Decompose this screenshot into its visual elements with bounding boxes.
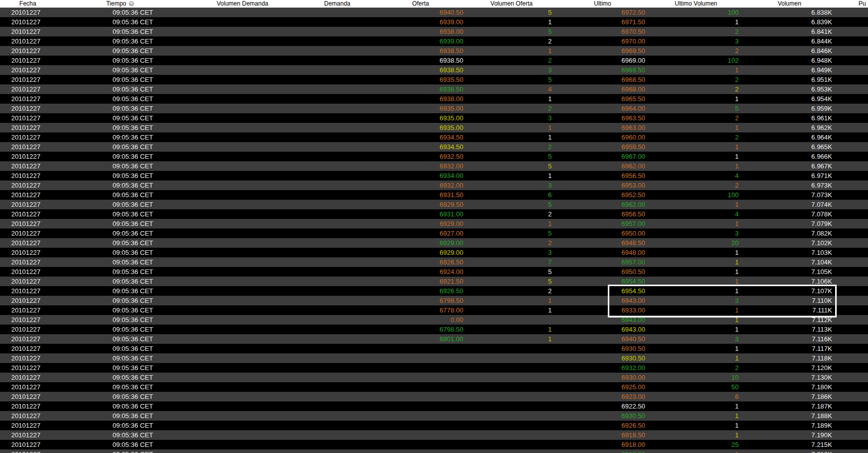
table-row[interactable]: 20101227 09:05:36 CET 6929.00 1 6957.00 …: [0, 219, 868, 229]
cell-fecha: 20101227: [0, 267, 56, 277]
table-row[interactable]: 20101227 09:05:36 CET 6930.50 1 7.117K: [0, 344, 868, 353]
cell-fecha: 20101227: [0, 171, 56, 180]
table-row[interactable]: 20101227 09:05:36 CET 6921.50 5 6954.50 …: [0, 277, 868, 286]
cell-volumen: 7.216K: [743, 449, 836, 453]
table-row[interactable]: 20101227 09:05:36 CET 6918.00 25 7.215K: [0, 440, 868, 449]
table-row[interactable]: 20101227 09:05:36 CET 6939.00 1 6971.50 …: [0, 17, 868, 27]
table-row[interactable]: 20101227 09:05:36 CET 6929.50 5 6962.00 …: [0, 200, 868, 209]
cell-demanda: [301, 392, 374, 401]
table-row[interactable]: 20101227 09:05:36 CET 6931.50 6 6952.50 …: [0, 190, 868, 200]
table-row[interactable]: 20101227 09:05:36 CET 6926.50 1 7.189K: [0, 421, 868, 430]
table-row[interactable]: 20101227 09:05:36 CET 6935.00 2 6964.00 …: [0, 104, 868, 113]
cell-tiempo: 09:05:36 CET: [56, 209, 184, 219]
table-row[interactable]: 20101227 09:05:36 CET 6798.50 1 6943.00 …: [0, 325, 868, 334]
table-row[interactable]: 20101227 09:05:36 CET 6938.50 2 6969.00 …: [0, 56, 868, 65]
table-row[interactable]: 20101227 09:05:36 CET 6918.50 1 7.190K: [0, 430, 868, 440]
table-row[interactable]: 20101227 09:05:36 CET 6938.50 4 6968.00 …: [0, 84, 868, 94]
cell-fecha: 20101227: [0, 56, 56, 65]
cell-pu: [836, 104, 868, 113]
table-row[interactable]: 20101227 09:05:36 CET 6934.00 1 6956.50 …: [0, 171, 868, 180]
column-header-fecha[interactable]: Fecha: [0, 0, 56, 8]
table-row[interactable]: 20101227 09:05:36 CET 6929.00 3 6948.00 …: [0, 248, 868, 257]
cell-ultimo-volumen: 1: [649, 161, 743, 171]
cell-oferta: 6934.50: [374, 132, 467, 142]
table-row[interactable]: 20101227 09:05:36 CET 6922.50 1 7.187K: [0, 401, 868, 411]
cell-demanda: [301, 8, 374, 17]
column-header-ultimo[interactable]: Ultimo: [556, 0, 649, 8]
table-row[interactable]: 20101227 09:05:36 CET 6929.00 2 6948.50 …: [0, 238, 868, 248]
cell-ultimo: 6967.00: [556, 152, 649, 161]
cell-ultimo: 6918.00: [556, 440, 649, 449]
cell-volumen-oferta: 1: [467, 296, 556, 305]
table-row[interactable]: 20101227 09:05:36 CET 6935.00 3 6963.50 …: [0, 113, 868, 123]
table-row[interactable]: 20101227 09:05:36 CET 6938.00 5 6970.50 …: [0, 27, 868, 36]
table-row[interactable]: 20101227 09:05:36 CET 6923.00 6 7.186K: [0, 392, 868, 401]
table-row[interactable]: 20101227 09:05:36 CET 6935.00 1 6963.00 …: [0, 123, 868, 132]
table-row[interactable]: 20101227 09:05:36 CET 6932.00 5 6962.00 …: [0, 161, 868, 171]
cell-tiempo: 09:05:36 CET: [56, 132, 184, 142]
column-header-volumen-oferta[interactable]: Volumen Oferta: [467, 0, 556, 8]
cell-oferta: 6935.00: [374, 113, 467, 123]
cell-oferta: 6932.00: [374, 161, 467, 171]
table-row[interactable]: 20101227 09:05:36 CET 6932.00 3 6953.00 …: [0, 180, 868, 190]
cell-volumen: 6.964K: [743, 132, 836, 142]
table-row[interactable]: 20101227 09:05:36 CET 6935.50 5 6968.50 …: [0, 75, 868, 84]
cell-tiempo: 09:05:36 CET: [56, 229, 184, 238]
table-row[interactable]: 20101227 09:05:36 CET 6940.50 5 6972.50 …: [0, 8, 868, 17]
table-row[interactable]: 20101227 09:05:36 CET 6778.00 1 6933.00 …: [0, 305, 868, 315]
cell-ultimo-volumen: 2: [649, 46, 743, 56]
table-row[interactable]: 20101227 09:05:36 CET 6798.50 1 6943.00 …: [0, 296, 868, 305]
cell-tiempo: 09:05:36 CET: [56, 373, 184, 382]
table-row[interactable]: 20101227 09:05:36 CET 6801.00 1 6940.50 …: [0, 334, 868, 344]
cell-volumen: 7.082K: [743, 229, 836, 238]
cell-oferta: 6935.50: [374, 75, 467, 84]
table-row[interactable]: 20101227 09:05:36 CET 6939.00 2 6970.00 …: [0, 36, 868, 46]
cell-volumen-demanda: [184, 56, 301, 65]
cell-volumen-demanda: [184, 94, 301, 104]
cell-tiempo: 09:05:36 CET: [56, 180, 184, 190]
cell-pu: [836, 325, 868, 334]
cell-ultimo: 6963.50: [556, 113, 649, 123]
cell-oferta: 6938.00: [374, 27, 467, 36]
cell-fecha: 20101227: [0, 161, 56, 171]
column-header-oferta[interactable]: Oferta: [374, 0, 467, 8]
table-row[interactable]: 20101227 09:05:36 CET 6932.00 2 7.120K: [0, 363, 868, 373]
column-header-tiempo[interactable]: Tiempo: [56, 0, 184, 8]
table-row[interactable]: 20101227 09:05:36 CET 6932.50 5 6967.00 …: [0, 152, 868, 161]
table-row[interactable]: 20101227 09:05:36 CET 0.00 6943.00 1 7.1…: [0, 315, 868, 325]
cell-volumen: 7.078K: [743, 209, 836, 219]
column-header-demanda[interactable]: Demanda: [301, 0, 374, 8]
table-row[interactable]: 20101227 09:05:36 CET 6925.00 50 7.180K: [0, 382, 868, 392]
table-row[interactable]: 20101227 09:05:36 CET 6938.50 1 6969.50 …: [0, 46, 868, 56]
cell-volumen-demanda: [184, 305, 301, 315]
cell-tiempo: 09:05:36 CET: [56, 421, 184, 430]
table-row[interactable]: 20101227 09:05:36 CET 6926.50 2 6954.50 …: [0, 286, 868, 296]
cell-volumen: 6.949K: [743, 65, 836, 75]
table-row[interactable]: 20101227 09:05:36 CET 6918.50 1 7.216K: [0, 449, 868, 453]
cell-tiempo: 09:05:36 CET: [56, 84, 184, 94]
column-header-volumen-demanda[interactable]: Volumen Demanda: [184, 0, 301, 8]
cell-tiempo: 09:05:36 CET: [56, 200, 184, 209]
table-row[interactable]: 20101227 09:05:36 CET 6930.50 1 7.118K: [0, 353, 868, 363]
column-header-ultimo-volumen[interactable]: Ultimo Volumen: [649, 0, 743, 8]
cell-oferta: [374, 430, 467, 440]
table-row[interactable]: 20101227 09:05:36 CET 6930.00 10 7.130K: [0, 373, 868, 382]
column-header-volumen[interactable]: Volumen: [743, 0, 836, 8]
table-row[interactable]: 20101227 09:05:36 CET 6930.50 1 7.188K: [0, 411, 868, 421]
cell-volumen-oferta: 1: [467, 17, 556, 27]
table-row[interactable]: 20101227 09:05:36 CET 6938.50 3 6969.50 …: [0, 65, 868, 75]
table-row[interactable]: 20101227 09:05:36 CET 6938.00 1 6965.50 …: [0, 94, 868, 104]
cell-oferta: 6931.50: [374, 190, 467, 200]
table-row[interactable]: 20101227 09:05:36 CET 6924.00 5 6950.50 …: [0, 267, 868, 277]
cell-ultimo: 6962.00: [556, 200, 649, 209]
table-row[interactable]: 20101227 09:05:36 CET 6926.50 7 6957.00 …: [0, 257, 868, 267]
cell-ultimo-volumen: 3: [649, 334, 743, 344]
table-row[interactable]: 20101227 09:05:36 CET 6927.00 5 6950.00 …: [0, 229, 868, 238]
column-header-pu[interactable]: Pu: [836, 0, 868, 8]
cell-tiempo: 09:05:36 CET: [56, 305, 184, 315]
table-row[interactable]: 20101227 09:05:36 CET 6934.50 1 6960.00 …: [0, 132, 868, 142]
table-row[interactable]: 20101227 09:05:36 CET 6931.00 2 6956.50 …: [0, 209, 868, 219]
table-row[interactable]: 20101227 09:05:36 CET 6934.50 2 6959.50 …: [0, 142, 868, 152]
cell-ultimo: 6956.50: [556, 171, 649, 180]
cell-volumen-oferta: [467, 430, 556, 440]
